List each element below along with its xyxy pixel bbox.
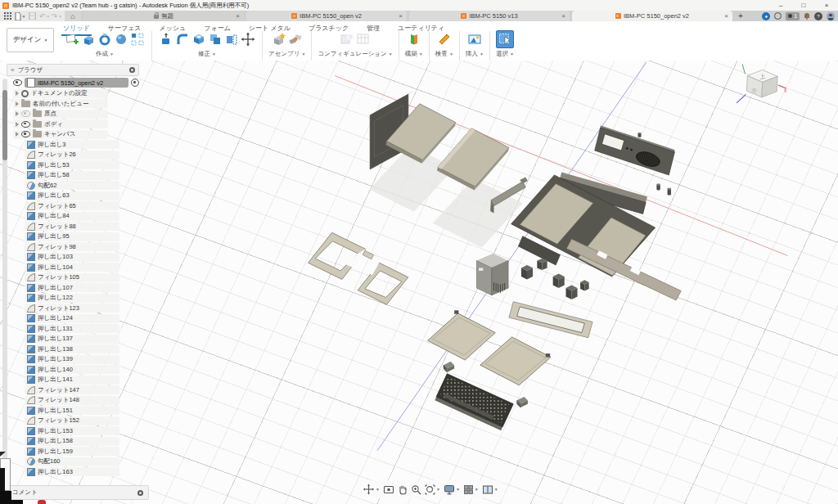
group-label-modify[interactable]: 修正 ▼ bbox=[198, 50, 216, 58]
model-knob-b[interactable] bbox=[668, 188, 671, 196]
minimize-button[interactable]: – bbox=[769, 0, 792, 11]
extensions-icon[interactable] bbox=[774, 12, 782, 20]
construct-plane-icon[interactable] bbox=[406, 31, 422, 47]
model-connector-a[interactable] bbox=[444, 362, 454, 372]
group-label-assembly[interactable]: アセンブリ ▼ bbox=[268, 50, 305, 58]
browser-feature-item[interactable]: フィレット152 bbox=[25, 416, 119, 425]
tab-ibm-pc-5150-open2-v2[interactable]: IBM-PC 5150_open2 v2 × bbox=[572, 11, 732, 21]
look-at-icon[interactable] bbox=[383, 484, 394, 495]
group-label-insert[interactable]: 挿入 ▼ bbox=[466, 50, 484, 58]
browser-feature-item[interactable]: 押し出し103 bbox=[25, 253, 119, 262]
viewport-canvas[interactable]: 上 前 X « ブラウザ IBM-PC 5150_open2 v2 bbox=[0, 61, 838, 504]
browser-feature-item[interactable]: 押し出し131 bbox=[25, 324, 119, 333]
tab-ibm-pc-5150-open-v2[interactable]: IBM-PC 5150_open v2 × bbox=[246, 11, 407, 21]
visibility-eye-icon[interactable] bbox=[21, 131, 30, 137]
group-label-inspect[interactable]: 検査 ▼ bbox=[435, 50, 453, 58]
browser-feature-item[interactable]: 押し出し159 bbox=[25, 447, 119, 456]
expand-arrow-icon[interactable] bbox=[16, 132, 19, 137]
browser-feature-item[interactable]: 勾配62 bbox=[25, 181, 119, 190]
browser-feature-item[interactable]: 押し出し84 bbox=[25, 212, 119, 221]
visibility-eye-icon[interactable] bbox=[13, 79, 22, 86]
browser-feature-item[interactable]: フィレット26 bbox=[25, 151, 119, 160]
activate-component-radio[interactable] bbox=[131, 79, 139, 87]
model-knob-top[interactable] bbox=[638, 133, 641, 137]
tab-untitled[interactable]: 無題 × bbox=[83, 11, 244, 21]
browser-feature-item[interactable]: 押し出し151 bbox=[25, 406, 119, 415]
tab-close-icon[interactable]: × bbox=[561, 12, 565, 20]
browser-feature-item[interactable]: 押し出し158 bbox=[25, 437, 119, 446]
browser-feature-item[interactable]: 押し出し139 bbox=[25, 355, 119, 364]
design-workspace-menu[interactable]: デザイン▼ bbox=[7, 28, 54, 52]
comment-bar[interactable]: コメント bbox=[7, 485, 149, 500]
home-icon[interactable]: ⌂ bbox=[65, 11, 81, 21]
move-icon[interactable] bbox=[240, 31, 256, 47]
display-settings-icon[interactable]: ▼ bbox=[444, 484, 460, 495]
browser-feature-item[interactable]: フィレット147 bbox=[25, 385, 119, 394]
model-drive-block[interactable] bbox=[521, 265, 533, 280]
browser-feature-item[interactable]: 押し出し141 bbox=[25, 376, 119, 385]
model-drive-block[interactable] bbox=[537, 259, 547, 270]
avatar[interactable] bbox=[827, 12, 835, 20]
browser-feature-item[interactable]: 押し出し58 bbox=[25, 171, 119, 180]
browser-item-canvases[interactable]: キャンバス bbox=[13, 130, 108, 139]
save-icon[interactable] bbox=[26, 11, 38, 20]
pan-icon[interactable] bbox=[398, 484, 408, 495]
revolve-icon[interactable] bbox=[97, 31, 113, 47]
zoom-icon[interactable] bbox=[411, 484, 421, 495]
browser-root-row[interactable]: IBM-PC 5150_open2 v2 bbox=[13, 78, 139, 88]
orbit-icon[interactable]: ▼ bbox=[363, 484, 380, 495]
model-side-plate-a[interactable] bbox=[428, 310, 496, 360]
browser-feature-item[interactable]: フィレット148 bbox=[25, 396, 119, 405]
group-label-select[interactable]: 選択 ▼ bbox=[496, 50, 514, 58]
browser-feature-item[interactable]: 押し出し140 bbox=[25, 365, 119, 374]
browser-item-bodies[interactable]: ボディ bbox=[13, 119, 108, 128]
grid-snaps-icon[interactable]: ▼ bbox=[463, 484, 479, 495]
model-chassis-tray[interactable] bbox=[511, 175, 656, 277]
joint-icon[interactable] bbox=[287, 31, 304, 47]
model-keyboard[interactable] bbox=[435, 374, 513, 431]
timeline-position-marker[interactable] bbox=[38, 500, 46, 504]
model-top-cover-b[interactable] bbox=[437, 128, 509, 191]
configure-icon[interactable]: ? bbox=[339, 31, 355, 47]
expand-arrow-icon[interactable] bbox=[16, 122, 19, 127]
undo-icon[interactable]: ↶▼ bbox=[38, 11, 51, 20]
tab-close-icon[interactable]: × bbox=[236, 12, 240, 20]
maximize-button[interactable]: □ bbox=[792, 0, 815, 11]
model-drive-block[interactable] bbox=[553, 273, 565, 288]
model-drive-block[interactable] bbox=[565, 286, 577, 300]
browser-feature-item[interactable]: 押し出し124 bbox=[25, 314, 119, 323]
notification-center[interactable]: 1 bbox=[786, 12, 800, 20]
tab-ibm-pc-5150-v13[interactable]: IBM-PC 5150 v13 × bbox=[409, 11, 570, 21]
browser-feature-item[interactable]: 押し出し122 bbox=[25, 294, 119, 303]
model-bracket-b[interactable] bbox=[358, 263, 408, 304]
browser-item-document-settings[interactable]: ドキュメントの設定 bbox=[13, 89, 108, 98]
collapse-panel-icon[interactable]: « bbox=[11, 66, 14, 74]
browser-display-settings-icon[interactable] bbox=[129, 67, 135, 73]
model-connector-b[interactable] bbox=[517, 397, 528, 407]
file-menu-icon[interactable]: ▼ bbox=[14, 11, 26, 20]
extrude-icon[interactable] bbox=[80, 31, 97, 47]
help-icon[interactable]: ? bbox=[814, 12, 822, 20]
visibility-eye-icon[interactable] bbox=[21, 110, 30, 117]
browser-item-origin[interactable]: 原点 bbox=[13, 110, 108, 119]
tab-close-icon[interactable]: × bbox=[399, 12, 403, 20]
app-grid-icon[interactable] bbox=[2, 11, 14, 20]
redo-icon[interactable]: ↷▼ bbox=[51, 11, 63, 20]
browser-feature-item[interactable]: 押し出し63 bbox=[25, 191, 119, 200]
browser-header[interactable]: « ブラウザ bbox=[7, 64, 139, 76]
model-psu[interactable] bbox=[476, 254, 508, 295]
press-pull-icon[interactable] bbox=[158, 31, 174, 47]
group-label-configuration[interactable]: コンフィギュレーション ▼ bbox=[318, 50, 392, 58]
browser-feature-item[interactable]: 勾配160 bbox=[25, 457, 119, 466]
model-side-plate-b[interactable] bbox=[480, 337, 551, 385]
browser-feature-item[interactable]: 押し出し107 bbox=[25, 283, 119, 292]
browser-feature-item[interactable]: フィレット98 bbox=[25, 242, 119, 251]
browser-item-named-views[interactable]: 名前の付いたビュー bbox=[13, 99, 108, 108]
model-front-bezel[interactable] bbox=[595, 125, 675, 175]
browser-feature-item[interactable]: 押し出し138 bbox=[25, 344, 119, 353]
offset-face-icon[interactable] bbox=[223, 31, 240, 47]
model-bracket-a[interactable] bbox=[309, 232, 374, 279]
measure-icon[interactable] bbox=[436, 31, 453, 47]
job-status-icon[interactable]: ● bbox=[762, 12, 770, 20]
fillet-icon[interactable] bbox=[174, 31, 191, 47]
